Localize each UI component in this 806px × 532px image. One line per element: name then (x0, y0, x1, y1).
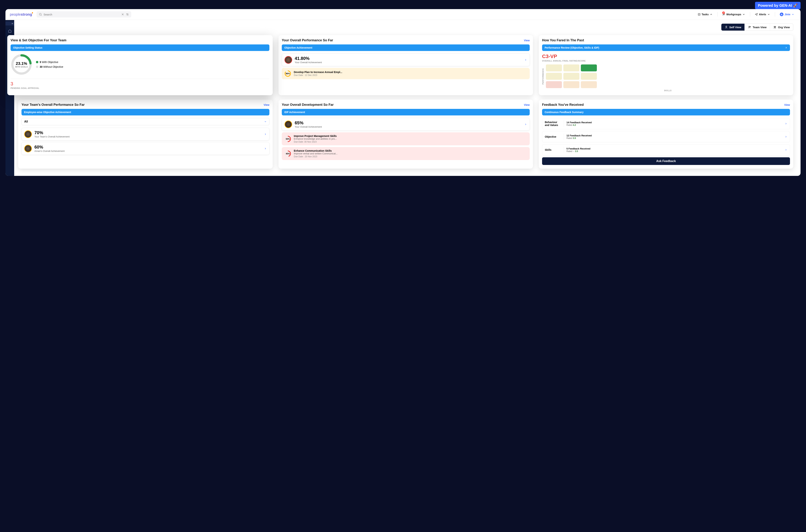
search-input[interactable] (43, 13, 120, 16)
matrix-cell (546, 64, 562, 71)
team-pct: 60% (34, 145, 262, 150)
view-team-label: Team View (753, 26, 767, 29)
legend-without: 30 Without Objective (36, 65, 63, 68)
chevron-right-icon (785, 122, 787, 125)
fb-category: Behaviour and Values (545, 121, 561, 127)
chevron-right-icon (785, 135, 787, 138)
view-link[interactable]: View (524, 103, 530, 106)
matrix-cell (546, 73, 562, 80)
goal-row[interactable]: 86% Develop Plan to Increase Annual Empl… (282, 68, 530, 79)
feedback-row[interactable]: Behaviour and Values 14 Feedback Receive… (542, 118, 790, 129)
fb-rated: Rated -- 3.5 (567, 150, 782, 153)
filter-dropdown[interactable]: All (21, 118, 269, 125)
view-link[interactable]: View (264, 103, 269, 106)
fb-count: 12 Feedback Received (567, 134, 782, 137)
card-title: Your Team's Overall Performance So Far (21, 103, 85, 107)
card-title: Feedback You've Received (542, 103, 584, 107)
card-feedback: Feedback You've Received View Continuous… (539, 100, 793, 169)
view-team[interactable]: Team View (745, 24, 770, 31)
fb-rated: Rated 3.5 (567, 137, 782, 139)
nav-tasks-label: Tasks (702, 13, 709, 16)
feedback-row[interactable]: Objective 12 Feedback Received Rated 3.5 (542, 131, 790, 142)
chevron-right-icon (785, 149, 787, 151)
svg-point-23 (774, 26, 775, 27)
search-box[interactable] (37, 11, 131, 18)
matrix-xlabel: SKILLS (546, 90, 790, 92)
fb-rated: Rated 4.2 (567, 124, 782, 126)
logo-light: people (10, 12, 21, 16)
card-subheader: Objective Achievement (282, 44, 530, 51)
nav-alerts[interactable]: Alerts (753, 12, 772, 17)
filter-icon[interactable] (126, 13, 129, 16)
team-row[interactable]: 60% Aman's Overall Achievement (21, 142, 269, 155)
feedback-row[interactable]: Skills 5 Feedback Received Rated -- 3.5 (542, 144, 790, 155)
user-avatar-icon (780, 13, 783, 16)
matrix-cell (563, 81, 579, 88)
nav-workgroups[interactable]: 2 Workgroups (721, 12, 747, 17)
clear-icon[interactable] (121, 13, 124, 16)
chevron-down-icon (791, 13, 794, 16)
chevron-right-icon (264, 147, 267, 150)
logo-bold: strong (21, 12, 32, 16)
topbar: peoplestrong▘ Tasks 2 Workgroups (5, 9, 801, 20)
achievement-label: Your Overall Achievement (295, 61, 522, 64)
svg-point-22 (750, 26, 751, 27)
nav-alerts-label: Alerts (759, 13, 766, 16)
view-toggle: Self View Team View Org View (5, 20, 801, 31)
idp-achievement-row[interactable]: 65% Your Overall Achievement (282, 118, 530, 131)
achievement-pct: 65% (295, 120, 522, 126)
card-title: How You Fared In The Past (542, 38, 584, 42)
view-link[interactable]: View (784, 103, 790, 106)
nav-tasks[interactable]: Tasks (696, 12, 715, 17)
svg-point-7 (128, 15, 128, 15)
view-org[interactable]: Org View (770, 24, 793, 31)
view-self[interactable]: Self View (721, 24, 745, 31)
donut-sub: WITH GOALS (15, 66, 28, 68)
fb-count: 14 Feedback Received (567, 121, 782, 124)
overall-achievement-row[interactable]: 41.80% Your Overall Achievement (282, 54, 530, 66)
avatar (285, 56, 292, 64)
ask-feedback-button[interactable]: Ask Feedback (542, 157, 790, 165)
idp-goal-row[interactable]: 45% Enhance Communication Skills Improve… (282, 147, 530, 160)
card-title: Your Overall Development So Far (282, 103, 334, 107)
card-title: View & Set Objective For Your Team (11, 38, 66, 42)
objective-donut: 23.1% WITH GOALS (11, 54, 33, 75)
svg-point-10 (724, 14, 725, 14)
chevron-right-icon (524, 123, 527, 126)
search-icon (39, 13, 42, 16)
svg-rect-12 (782, 14, 782, 15)
view-link[interactable]: View (524, 39, 530, 42)
matrix-cell (581, 81, 597, 88)
card-subheader: IDP Achievement (282, 109, 530, 115)
svg-rect-11 (781, 14, 781, 15)
nav-user[interactable]: Jinie (778, 12, 796, 17)
team-label: Aman's Overall Achievement (34, 150, 262, 152)
chevron-down-icon (264, 120, 267, 123)
card-title: Your Overall Performance So Far (282, 38, 333, 42)
goal-desc: Enhance knowledge and abilities in pro..… (294, 137, 527, 140)
team-row[interactable]: 70% Your Team's Overall Achievement (21, 128, 269, 140)
achievement-label: Your Overall Achievement (295, 126, 522, 128)
team-label: Your Team's Overall Achievement (34, 135, 262, 138)
sidebar-collapse[interactable]: ›› (5, 21, 14, 25)
matrix-ylabel: PERFORMANCE (542, 64, 544, 88)
pending-label: PENDING GOAL APPROVAL (11, 87, 269, 89)
logo[interactable]: peoplestrong▘ (10, 12, 34, 17)
card-objective-setting: View & Set Objective For Your Team Objec… (7, 35, 273, 95)
chevron-up-icon (710, 13, 713, 16)
pending-count: 3 (11, 81, 269, 87)
card-subheader: Continuous Feedback Summary (542, 109, 790, 115)
chevron-down-icon (767, 13, 770, 16)
avatar (24, 145, 32, 152)
legend-with: 9 With Objective (36, 61, 63, 63)
card-subheader[interactable]: Performance Review (Objective, Skills & … (542, 44, 790, 51)
svg-rect-13 (782, 14, 783, 15)
chevron-right-icon (524, 59, 527, 61)
idp-goal-row[interactable]: 50% Improve Project Management Skills En… (282, 132, 530, 145)
chevron-right-icon (264, 133, 267, 135)
goal-title: Improve Project Management Skills (294, 135, 527, 137)
donut-pct: 23.1% (16, 61, 27, 66)
home-icon[interactable] (8, 29, 12, 33)
avatar (285, 120, 292, 128)
svg-point-25 (774, 27, 775, 28)
